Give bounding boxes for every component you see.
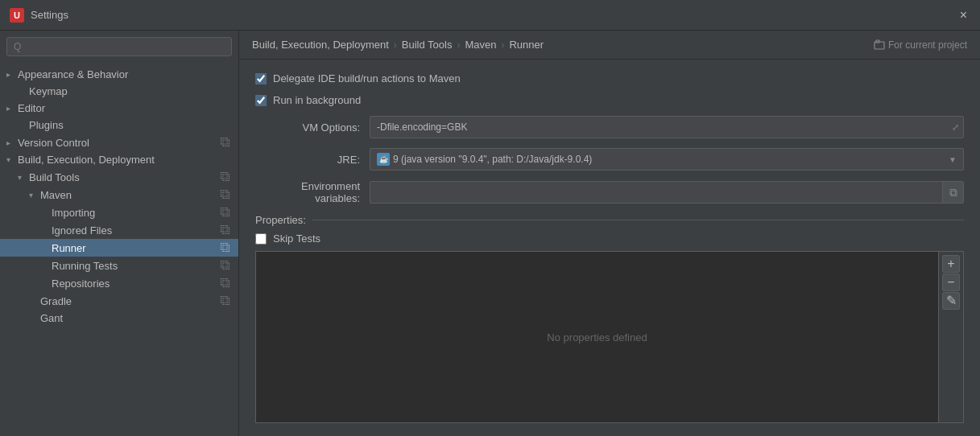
sidebar-label-version-control: Version Control (18, 137, 219, 149)
copy-icon-ignored-files: ⿻ (219, 224, 232, 237)
sidebar-tree: ▸Appearance & BehaviorKeymap▸EditorPlugi… (0, 63, 238, 436)
sidebar-item-running-tests[interactable]: Running Tests⿻ (0, 257, 238, 274)
breadcrumb-item-2: Build Tools (402, 39, 453, 51)
tree-arrow-appearance-behavior: ▸ (6, 70, 18, 79)
sidebar-label-gradle: Gradle (40, 295, 219, 307)
main-content: ▸Appearance & BehaviorKeymap▸EditorPlugi… (0, 31, 980, 436)
jre-label: JRE: (255, 154, 360, 166)
delegate-checkbox-row: Delegate IDE build/run actions to Maven (255, 72, 964, 84)
right-panel: Build, Execution, Deployment › Build Too… (239, 31, 980, 436)
form-area: Delegate IDE build/run actions to Maven … (239, 60, 980, 436)
env-vars-label: Environment variables: (255, 180, 360, 204)
breadcrumb-current: Runner (509, 39, 544, 51)
properties-label: Properties: (255, 214, 306, 226)
sidebar-label-running-tests: Running Tests (52, 260, 219, 272)
properties-header: Properties: (255, 214, 964, 226)
sidebar-label-importing: Importing (52, 207, 219, 219)
search-input[interactable] (6, 37, 232, 56)
copy-icon-gradle: ⿻ (219, 294, 232, 307)
delegate-label: Delegate IDE build/run actions to Maven (273, 72, 461, 84)
jre-select[interactable]: ☕ 9 (java version "9.0.4", path: D:/Java… (370, 148, 964, 171)
sidebar-item-maven[interactable]: ▾Maven⿻ (0, 186, 238, 204)
sidebar-item-gant[interactable]: Gant (0, 310, 238, 327)
edit-property-button[interactable]: ✎ (942, 292, 960, 310)
close-button[interactable]: × (957, 7, 970, 23)
copy-icon-repositories: ⿻ (219, 277, 232, 290)
sidebar-label-runner: Runner (52, 242, 219, 254)
breadcrumb-project: For current project (874, 39, 967, 51)
sidebar-label-build-tools: Build Tools (29, 171, 219, 183)
jre-dropdown-arrow: ▼ (949, 155, 957, 164)
svg-text:U: U (14, 10, 20, 20)
env-wrapper: ⧉ (370, 181, 964, 204)
run-background-checkbox-row: Run in background (255, 94, 964, 106)
sidebar-item-editor[interactable]: ▸Editor (0, 100, 238, 117)
breadcrumb: Build, Execution, Deployment › Build Too… (239, 31, 980, 60)
app-icon: U (10, 8, 24, 23)
sidebar-item-appearance-behavior[interactable]: ▸Appearance & Behavior (0, 66, 238, 83)
sidebar-label-ignored-files: Ignored Files (52, 224, 219, 237)
vm-options-label: VM Options: (255, 121, 360, 134)
properties-table: No properties defined + − ✎ (255, 251, 964, 423)
properties-buttons: + − ✎ (938, 252, 963, 422)
breadcrumb-item-1: Build, Execution, Deployment (252, 39, 389, 51)
delegate-checkbox[interactable] (255, 73, 267, 84)
sidebar: ▸Appearance & BehaviorKeymap▸EditorPlugi… (0, 31, 239, 436)
sidebar-item-importing[interactable]: Importing⿻ (0, 204, 238, 221)
copy-icon-runner: ⿻ (219, 241, 232, 254)
run-background-checkbox[interactable] (255, 95, 267, 106)
sidebar-label-keymap: Keymap (29, 85, 232, 97)
env-vars-row: Environment variables: ⧉ (255, 180, 964, 204)
sidebar-item-repositories[interactable]: Repositories⿻ (0, 274, 238, 292)
sidebar-item-build-execution-deployment[interactable]: ▾Build, Execution, Deployment (0, 151, 238, 168)
tree-arrow-editor: ▸ (6, 104, 18, 113)
copy-icon-maven: ⿻ (219, 188, 232, 201)
copy-icon-importing: ⿻ (219, 206, 232, 219)
properties-section: Properties: Skip Tests No properties def… (255, 214, 964, 423)
tree-arrow-build-tools: ▾ (18, 173, 29, 182)
expand-icon[interactable]: ⤢ (952, 122, 959, 133)
breadcrumb-sep-2: › (457, 39, 460, 51)
sidebar-item-gradle[interactable]: Gradle⿻ (0, 292, 238, 310)
skip-tests-label: Skip Tests (273, 232, 320, 245)
sidebar-label-maven: Maven (40, 189, 219, 201)
sidebar-label-repositories: Repositories (52, 278, 219, 290)
project-icon (874, 39, 885, 51)
sidebar-item-runner[interactable]: Runner⿻ (0, 239, 238, 257)
tree-arrow-build-execution-deployment: ▾ (6, 155, 18, 164)
sidebar-label-build-execution-deployment: Build, Execution, Deployment (18, 154, 232, 166)
copy-icon-version-control: ⿻ (219, 136, 232, 149)
sidebar-item-version-control[interactable]: ▸Version Control⿻ (0, 134, 238, 151)
sidebar-label-appearance-behavior: Appearance & Behavior (18, 68, 232, 80)
run-background-label: Run in background (273, 94, 361, 106)
sidebar-item-keymap[interactable]: Keymap (0, 83, 238, 100)
properties-table-content: No properties defined (256, 252, 938, 422)
window-title: Settings (31, 9, 68, 21)
sidebar-item-build-tools[interactable]: ▾Build Tools⿻ (0, 168, 238, 186)
sidebar-label-plugins: Plugins (29, 119, 232, 131)
tree-arrow-maven: ▾ (29, 191, 40, 199)
jre-value: 9 (java version "9.0.4", path: D:/Java/j… (393, 154, 957, 165)
properties-separator (312, 220, 964, 220)
vm-options-row: VM Options: ⤢ (255, 116, 964, 138)
jre-icon: ☕ (377, 153, 390, 166)
breadcrumb-sep-1: › (394, 39, 397, 51)
sidebar-label-gant: Gant (40, 312, 232, 324)
breadcrumb-item-3: Maven (465, 39, 496, 51)
skip-tests-row: Skip Tests (255, 232, 964, 245)
remove-property-button[interactable]: − (942, 274, 960, 291)
sidebar-item-plugins[interactable]: Plugins (0, 117, 238, 134)
copy-icon-build-tools: ⿻ (219, 171, 232, 183)
env-edit-button[interactable]: ⧉ (942, 182, 963, 203)
project-label: For current project (888, 39, 967, 51)
title-bar: U Settings × (0, 0, 980, 31)
sidebar-item-ignored-files[interactable]: Ignored Files⿻ (0, 221, 238, 239)
sidebar-label-editor: Editor (18, 102, 232, 114)
skip-tests-checkbox[interactable] (255, 233, 267, 245)
env-vars-input[interactable] (370, 181, 964, 204)
tree-arrow-version-control: ▸ (6, 138, 18, 147)
add-property-button[interactable]: + (942, 255, 960, 273)
vm-options-input[interactable] (370, 116, 964, 138)
jre-row: JRE: ☕ 9 (java version "9.0.4", path: D:… (255, 148, 964, 171)
breadcrumb-sep-3: › (501, 39, 504, 51)
